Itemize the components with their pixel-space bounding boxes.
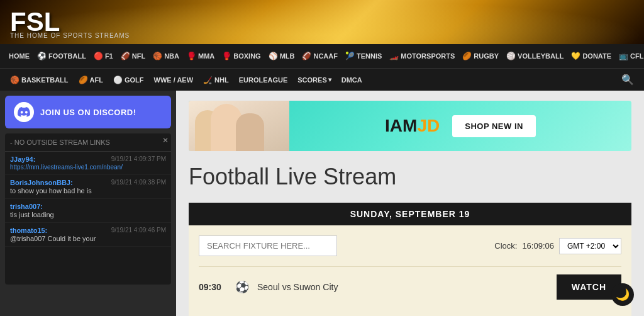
nav-motorsports[interactable]: 🏎️MOTORSPORTS [386, 44, 458, 68]
nav-mlb[interactable]: ⚾MLB [265, 44, 299, 68]
clock-value: 16:09:06 [522, 241, 554, 251]
main-content: IAMJD SHOP NEW IN Football Live Stream S… [176, 91, 644, 316]
list-item: 9/19/21 4:09:38 PM BorisJohnsonBBJ: to s… [5, 175, 171, 199]
nav-cfl[interactable]: 📺CFL [615, 44, 644, 68]
nav-golf[interactable]: ⚪GOLF [108, 69, 149, 91]
nav-euroleague[interactable]: EUROLEAGUE [234, 69, 293, 91]
nav-scores[interactable]: SCORES [292, 69, 336, 91]
list-item: 9/19/21 4:09:46 PM thomato15: @trisha007… [5, 223, 171, 247]
discord-banner[interactable]: JOIN US ON DISCORD! [5, 96, 171, 128]
header-banner: FSL THE HOME OF SPORTS STREAMS [0, 0, 644, 44]
ad-banner[interactable]: IAMJD SHOP NEW IN [189, 101, 631, 151]
sidebar-chat: ✕ - NO OUTSIDE STREAM LINKS 9/19/21 4:09… [5, 133, 171, 285]
ad-logo: IAMJD [385, 116, 440, 136]
list-item: trisha007: tis just loading [5, 199, 171, 223]
site-tagline: THE HOME OF SPORTS STREAMS [10, 32, 130, 39]
fixture-name: Seoul vs Suwon City [257, 282, 549, 292]
clock-label: Clock: [494, 241, 517, 251]
search-icon[interactable]: 🔍 [616, 74, 639, 86]
page-title: Football Live Stream [189, 164, 631, 190]
fixture-controls: Clock: 16:09:06 GMT +2:00 [199, 235, 621, 256]
clock-area: Clock: 16:09:06 GMT +2:00 [494, 238, 621, 254]
nav-nfl[interactable]: 🏈NFL [117, 44, 149, 68]
list-item: 9/19/21 4:09:37 PM JJay94: https://mm.li… [5, 152, 171, 175]
nav-dmca[interactable]: DMCA [336, 69, 367, 91]
date-bar: SUNDAY, SEPTEMBER 19 [189, 203, 631, 225]
primary-nav: HOME ⚽FOOTBALL 🔴F1 🏈NFL 🏀NBA 🥊MMA 🥊BOXIN… [0, 44, 644, 68]
nav-mma[interactable]: 🥊MMA [183, 44, 218, 68]
nav-tennis[interactable]: 🎾TENNIS [341, 44, 386, 68]
search-input[interactable] [199, 235, 337, 256]
dark-mode-toggle[interactable]: 🌙 [611, 283, 634, 306]
discord-label: JOIN US ON DISCORD! [40, 108, 136, 117]
nav-home[interactable]: HOME [5, 44, 33, 68]
nav-volleyball[interactable]: 🏐VOLLEYBALL [502, 44, 567, 68]
ad-content: IAMJD SHOP NEW IN [289, 115, 631, 137]
ad-cta-button[interactable]: SHOP NEW IN [452, 115, 536, 137]
soccer-ball-icon: ⚽ [235, 279, 250, 295]
nav-ncaaf[interactable]: 🏈NCAAF [298, 44, 341, 68]
nav-rugby[interactable]: 🏉RUGBY [458, 44, 502, 68]
nav-wwe[interactable]: WWE / AEW [149, 69, 199, 91]
nav-afl[interactable]: 🏉AFL [74, 69, 108, 91]
fixture-time: 09:30 [199, 282, 227, 292]
nav-nhl[interactable]: 🏒NHL [198, 69, 234, 91]
nav-nba[interactable]: 🏀NBA [149, 44, 183, 68]
timezone-select[interactable]: GMT +2:00 [559, 238, 621, 254]
nav-basketball[interactable]: 🏀BASKETBALL [5, 69, 74, 91]
discord-icon [14, 102, 34, 122]
ad-people-image [189, 101, 289, 151]
sidebar: JOIN US ON DISCORD! ✕ - NO OUTSIDE STREA… [0, 91, 176, 316]
nav-football[interactable]: ⚽FOOTBALL [33, 44, 90, 68]
nav-donate[interactable]: 💛DONATE [567, 44, 615, 68]
nav-f1[interactable]: 🔴F1 [90, 44, 117, 68]
content-area: JOIN US ON DISCORD! ✕ - NO OUTSIDE STREA… [0, 91, 644, 316]
close-icon[interactable]: ✕ [162, 136, 169, 145]
secondary-nav: 🏀BASKETBALL 🏉AFL ⚪GOLF WWE / AEW 🏒NHL EU… [0, 68, 644, 91]
nav-boxing[interactable]: 🥊BOXING [218, 44, 264, 68]
fixtures-area: Clock: 16:09:06 GMT +2:00 09:30 ⚽ Seoul … [189, 225, 631, 316]
chat-notice: - NO OUTSIDE STREAM LINKS [5, 133, 171, 152]
table-row: 09:30 ⚽ Seoul vs Suwon City WATCH [199, 266, 621, 307]
